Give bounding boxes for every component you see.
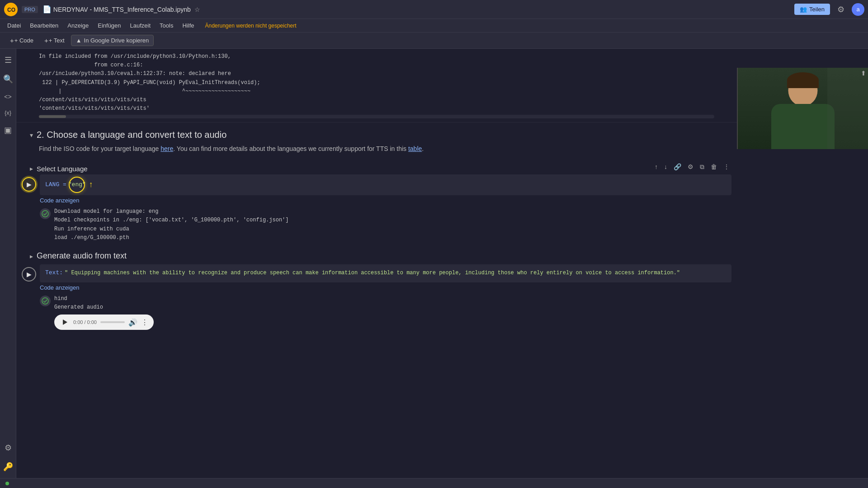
cursor-highlight-area: "eng" (68, 180, 86, 190)
plus-text-icon: + (44, 37, 48, 44)
lang-value: "eng" (68, 181, 86, 188)
audio-time: 0:00 / 0:00 (73, 319, 97, 325)
svg-point-2 (42, 211, 48, 217)
status-bar (0, 478, 868, 488)
svg-text:CO: CO (7, 7, 15, 13)
show-code-link-generate[interactable]: Code anzeigen (16, 282, 737, 293)
avatar[interactable]: a (852, 3, 864, 16)
generate-audio-title: Generate audio from text (37, 251, 127, 261)
play-icon: ▶ (27, 181, 32, 188)
menu-einfuegen[interactable]: Einfügen (94, 21, 124, 30)
code-line-text: Text: " Equipping machines with the abil… (45, 268, 726, 278)
cell-toolbar-right: ↑ ↓ 🔗 ⚙ ⧉ 🗑 ⋮ (653, 162, 731, 172)
output-generated-label: Generated audio (54, 303, 154, 312)
sidebar-bottom-icon1[interactable]: ⚙ (2, 440, 14, 455)
lang-var: LANG = (45, 180, 66, 190)
settings-cell-icon[interactable]: ⚙ (686, 162, 695, 171)
pro-badge: PRO (22, 6, 38, 13)
video-feed: ⬆ (738, 68, 868, 149)
select-lang-output-text: Download model for language: eng Model c… (54, 207, 288, 242)
select-language-header: ▸ Select Language (16, 160, 737, 174)
here-link[interactable]: here (160, 145, 173, 152)
output-cell-top: In file included from /usr/include/pytho… (16, 49, 737, 122)
status-dot (5, 482, 9, 485)
menu-datei[interactable]: Datei (4, 21, 24, 30)
drive-copy-button[interactable]: ▲ In Google Drive kopieren (71, 35, 154, 46)
output-status-icon (40, 208, 51, 219)
run-button-select-lang[interactable]: ▶ (22, 177, 36, 192)
scrollbar-thumb (39, 115, 66, 118)
more-cell-icon[interactable]: ⋮ (722, 162, 731, 171)
run-button-generate[interactable]: ▶ (22, 267, 36, 282)
audio-play-button[interactable] (60, 317, 70, 327)
output-text-top: In file included from /usr/include/pytho… (39, 52, 714, 113)
section2-header: ▾ 2. Choose a language and convert text … (16, 122, 737, 144)
settings-button[interactable]: ⚙ (835, 3, 846, 16)
check-icon (42, 210, 49, 217)
delete-cell-icon[interactable]: 🗑 (709, 162, 719, 171)
volume-icon[interactable]: 🔊 (128, 318, 137, 327)
video-overlay: ⬆ (737, 68, 868, 149)
star-icon[interactable]: ☆ (194, 6, 200, 13)
add-code-button[interactable]: + + Code (5, 35, 38, 46)
generate-audio-cell-container: ▸ Generate audio from text ▶ Text: " Equ… (16, 244, 737, 332)
menu-laufzeit[interactable]: Laufzeit (127, 21, 155, 30)
generate-audio-arrow[interactable]: ▸ (30, 253, 33, 260)
audio-more-button[interactable]: ⋮ (141, 318, 148, 327)
cursor-arrow: ↑ (89, 178, 94, 192)
sidebar-variable-icon[interactable]: {x} (2, 107, 14, 119)
sidebar-code-icon[interactable]: <> (1, 90, 14, 103)
horizontal-scrollbar[interactable] (39, 115, 714, 118)
output-lang-text: hind (54, 295, 154, 303)
select-language-title: Select Language (37, 165, 88, 173)
menu-anzeige[interactable]: Anzeige (64, 21, 92, 30)
file-icon: 📄 (42, 5, 52, 14)
video-minimize-icon[interactable]: ⬆ (861, 70, 866, 77)
notebook-title: NERDYNAV - MMS_TTS_Inference_Colab.ipynb (53, 6, 191, 13)
select-language-output: Download model for language: eng Model c… (16, 206, 737, 244)
generate-audio-output-text: hind Generated audio 0:00 / 0:00 (54, 295, 154, 330)
plus-code-icon: + (10, 37, 14, 44)
menu-bearbeiten[interactable]: Bearbeiten (26, 21, 62, 30)
select-lang-arrow[interactable]: ▸ (30, 165, 33, 172)
text-label: Text: (45, 268, 63, 278)
left-sidebar: ☰ 🔍 <> {x} ▣ ⚙ 🔑 (0, 49, 16, 478)
add-text-button[interactable]: + + Text (40, 35, 69, 46)
play-icon-2: ▶ (27, 271, 32, 278)
menu-bar: Datei Bearbeiten Anzeige Einfügen Laufze… (0, 19, 868, 33)
section2-collapse-arrow[interactable]: ▾ (30, 131, 33, 139)
section2-title: 2. Choose a language and convert text to… (37, 130, 226, 140)
check-icon-2 (42, 297, 49, 305)
copy-cell-icon[interactable]: ⧉ (698, 162, 706, 172)
select-language-code-cell: ▶ LANG = "eng" ↑ (16, 174, 737, 196)
show-code-link-select[interactable]: Code anzeigen (16, 195, 737, 206)
svg-marker-4 (63, 319, 67, 325)
generate-audio-header: ▸ Generate audio from text (16, 244, 737, 264)
share-button[interactable]: 👥 Teilen (794, 4, 830, 15)
sidebar-terminal-icon[interactable]: ▣ (1, 122, 14, 138)
code-line-lang: LANG = "eng" ↑ (45, 178, 726, 192)
sidebar-bottom-icon2[interactable]: 🔑 (0, 459, 16, 474)
section2-description: Find the ISO code for your target langua… (16, 144, 737, 159)
audio-progress-bar[interactable] (100, 321, 125, 323)
move-down-icon[interactable]: ↓ (662, 162, 669, 171)
colab-logo-icon: CO (4, 2, 18, 17)
table-link[interactable]: table (408, 145, 422, 152)
drive-icon: ▲ (76, 37, 82, 44)
code-editor-generate[interactable]: Text: " Equipping machines with the abil… (40, 264, 731, 282)
code-editor-select-lang[interactable]: LANG = "eng" ↑ (40, 174, 731, 196)
unsaved-notice: Änderungen werden nicht gespeichert (205, 23, 296, 29)
menu-tools[interactable]: Tools (156, 21, 177, 30)
move-up-icon[interactable]: ↑ (653, 162, 660, 171)
select-language-cell-container: ↑ ↓ 🔗 ⚙ ⧉ 🗑 ⋮ ▸ Select Language (16, 160, 737, 244)
sidebar-menu-icon[interactable]: ☰ (2, 52, 14, 68)
menu-hilfe[interactable]: Hilfe (179, 21, 198, 30)
audio-player[interactable]: 0:00 / 0:00 🔊 ⋮ (54, 314, 154, 330)
generate-audio-code-cell: ▶ Text: " Equipping machines with the ab… (16, 264, 737, 282)
generate-audio-output: hind Generated audio 0:00 / 0:00 (16, 293, 737, 332)
sidebar-search-icon[interactable]: 🔍 (0, 71, 16, 87)
svg-point-3 (42, 298, 48, 304)
audio-play-icon (61, 319, 68, 325)
link-icon[interactable]: 🔗 (672, 162, 683, 171)
toolbar: + + Code + + Text ▲ In Google Drive kopi… (0, 33, 868, 49)
